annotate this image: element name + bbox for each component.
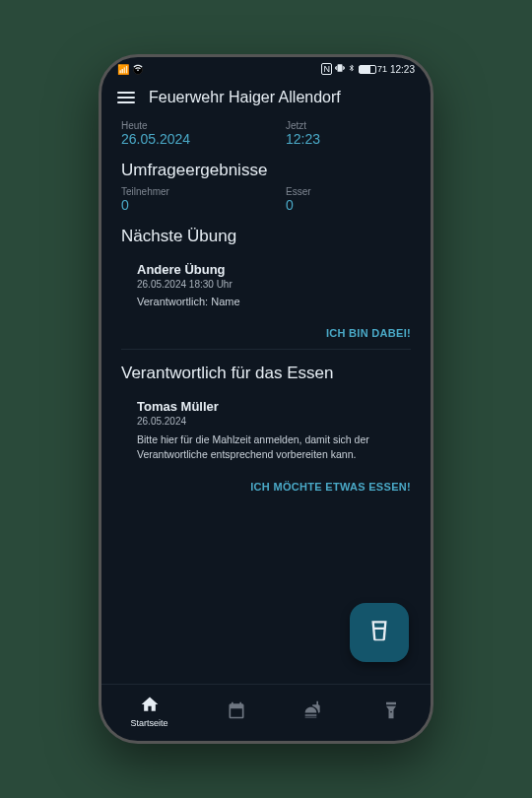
nav-home[interactable]: Startseite	[130, 695, 167, 728]
vibrate-icon	[335, 63, 345, 75]
join-training-button[interactable]: ICH BIN DABEI!	[121, 327, 411, 339]
participants-block: Teilnehmer 0	[121, 186, 246, 213]
nav-food[interactable]	[303, 700, 323, 722]
eaters-label: Esser	[286, 186, 411, 197]
fab-drink-button[interactable]	[350, 603, 409, 662]
food-person: Tomas Müller	[137, 399, 399, 414]
nav-calendar[interactable]	[227, 700, 246, 722]
nfc-icon: N	[321, 63, 332, 75]
app-title: Feuerwehr Haiger Allendorf	[149, 89, 341, 106]
flashlight-icon	[381, 700, 401, 722]
bluetooth-icon	[348, 63, 356, 75]
poll-heading: Umfrageergebnisse	[121, 161, 411, 180]
food-card: Tomas Müller 26.05.2024 Bitte hier für d…	[125, 389, 411, 469]
participants-value: 0	[121, 197, 246, 213]
nav-alert[interactable]	[381, 700, 401, 722]
now-block: Jetzt 12:23	[286, 120, 411, 147]
divider	[121, 349, 411, 350]
participants-label: Teilnehmer	[121, 186, 246, 197]
want-food-button[interactable]: ICH MÖCHTE ETWAS ESSEN!	[121, 481, 411, 493]
home-icon	[140, 695, 160, 716]
now-value: 12:23	[286, 131, 411, 147]
bottom-nav: Startseite	[101, 684, 431, 741]
app-header: Feuerwehr Haiger Allendorf	[101, 81, 431, 114]
now-label: Jetzt	[286, 120, 411, 131]
wifi-icon	[132, 63, 144, 75]
phone-frame: 📶 N 71 12:23 Feuerwehr H	[99, 54, 433, 744]
today-value: 26.05.2024	[121, 131, 246, 147]
eaters-value: 0	[286, 197, 411, 213]
training-datetime: 26.05.2024 18:30 Uhr	[137, 279, 399, 290]
next-training-card: Andere Übung 26.05.2024 18:30 Uhr Verant…	[125, 252, 411, 315]
status-bar: 📶 N 71 12:23	[101, 57, 431, 81]
fastfood-icon	[303, 700, 323, 722]
today-block: Heute 26.05.2024	[121, 120, 246, 147]
food-date: 26.05.2024	[137, 416, 399, 427]
training-responsible: Verantwortlich: Name	[137, 296, 399, 307]
nav-home-label: Startseite	[130, 718, 167, 728]
food-heading: Verantwortlich für das Essen	[121, 364, 411, 383]
today-label: Heute	[121, 120, 246, 131]
eaters-block: Esser 0	[286, 186, 411, 213]
battery-icon: 71	[359, 64, 387, 74]
cup-icon	[366, 618, 392, 647]
training-title: Andere Übung	[137, 262, 399, 277]
menu-icon[interactable]	[117, 92, 135, 103]
signal-icon: 📶	[117, 64, 129, 75]
food-desc: Bitte hier für die Mahlzeit anmelden, da…	[137, 432, 399, 461]
main-content: Heute 26.05.2024 Jetzt 12:23 Umfrageerge…	[101, 114, 431, 684]
status-right: N 71 12:23	[321, 63, 415, 75]
calendar-icon	[227, 700, 246, 722]
next-training-heading: Nächste Übung	[121, 227, 411, 246]
status-time: 12:23	[390, 64, 415, 75]
status-left: 📶	[117, 63, 144, 75]
